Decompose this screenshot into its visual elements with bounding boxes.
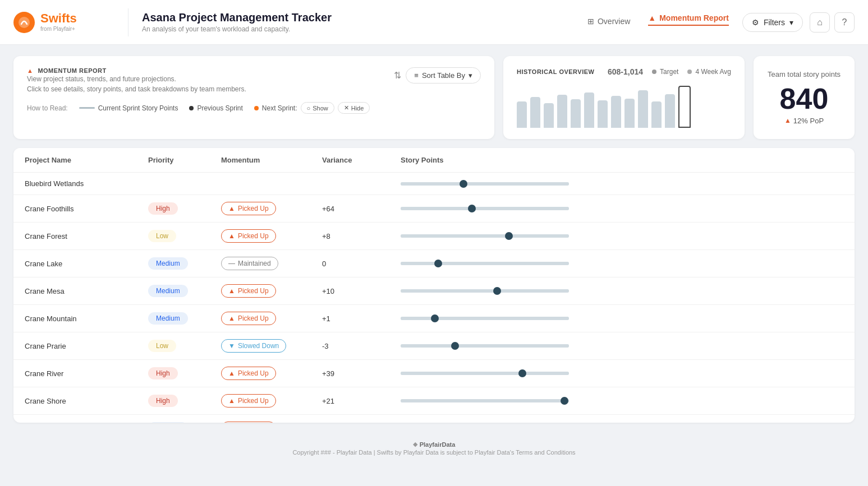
picked-up-icon: ▲ — [228, 314, 235, 322]
nav-overview-wrap: ⊞ Overview — [587, 17, 630, 28]
historical-panel: HISTORICAL OVERVIEW 608-1,014 Target 4 W… — [503, 56, 745, 139]
playfair-logo-icon: ◆ — [413, 441, 417, 448]
story-points-cell — [389, 387, 855, 415]
table-row[interactable]: Crane Shore High ▲Picked Up +21 — [13, 387, 855, 415]
project-name-cell: Crane Foothills — [13, 195, 137, 223]
nav-overview-label: Overview — [598, 17, 630, 26]
table-row[interactable]: Crane Mesa Medium ▲Picked Up +10 — [13, 277, 855, 305]
priority-cell: Medium — [137, 250, 210, 277]
show-icon: ○ — [307, 105, 311, 112]
priority-cell: High — [137, 360, 210, 387]
priority-cell: Medium — [137, 277, 210, 305]
variance-cell: +21 — [311, 387, 389, 415]
table-row[interactable]: Bluebird Wetlands — [13, 173, 855, 195]
hist-labels: 608-1,014 Target 4 Week Avg — [608, 67, 731, 76]
variance-cell — [311, 173, 389, 195]
hist-avg-label: 4 Week Avg — [695, 68, 731, 76]
story-points-cell — [389, 223, 855, 250]
hist-range: 608-1,014 — [608, 67, 643, 76]
sp-dot — [561, 397, 568, 405]
chart-bar-group — [651, 83, 662, 128]
project-name-cell: Crane Lake — [13, 250, 137, 277]
momentum-nav-icon: ▲ — [648, 13, 656, 22]
table-row[interactable]: Crane Forest Low ▲Picked Up +8 — [13, 223, 855, 250]
momentum-badge-up: ▲Picked Up — [221, 394, 276, 408]
momentum-badge-up: ▲Picked Up — [221, 229, 276, 243]
panel-header: ▲ MOMENTUM REPORT View project status, t… — [27, 67, 481, 94]
sp-dot — [493, 287, 501, 295]
legend-previous-label: Previous Sprint — [197, 104, 242, 112]
story-points-cell — [389, 195, 855, 223]
chart-bar-group — [584, 83, 594, 128]
momentum-cell: —Maintained — [210, 250, 311, 277]
table-row[interactable]: Crane Mountain Medium ▲Picked Up +1 — [13, 305, 855, 332]
sp-dot — [468, 205, 476, 212]
header-actions: ⌂ ? — [810, 12, 855, 33]
momentum-badge-up: ▲Picked Up — [221, 367, 276, 380]
header-nav: ⊞ Overview ▲ Momentum Report — [587, 13, 729, 31]
sort-table-button[interactable]: ≡ Sort Table By ▾ — [406, 67, 481, 84]
momentum-badge-down: ▼Slowed Down — [221, 339, 286, 353]
chart-bar — [517, 101, 527, 128]
sp-dot — [460, 180, 467, 188]
filters-button[interactable]: ⚙ Filters ▾ — [742, 13, 803, 32]
momentum-badge-up: ▲Picked Up — [221, 202, 276, 215]
hist-header: HISTORICAL OVERVIEW 608-1,014 Target 4 W… — [517, 67, 731, 76]
help-button[interactable]: ? — [834, 12, 855, 33]
chevron-down-icon: ▾ — [789, 18, 793, 27]
story-change-value: 12% PoP — [793, 117, 824, 125]
hide-button[interactable]: ✕ Hide — [338, 102, 370, 114]
table-wrap[interactable]: Project Name Priority Momentum Variance … — [13, 148, 855, 423]
sp-track — [401, 234, 569, 238]
legend-next: Next Sprint: ○ Show ✕ Hide — [254, 102, 370, 114]
project-name-cell: Bluebird Wetlands — [13, 173, 137, 195]
show-hide-buttons: ○ Show ✕ Hide — [301, 102, 370, 114]
table-row[interactable]: Crane Wetlands Medium ▲Picked Up +2 — [13, 415, 855, 423]
sp-dot — [505, 232, 513, 240]
priority-cell: Low — [137, 332, 210, 360]
table-row[interactable]: Crane River High ▲Picked Up +39 — [13, 360, 855, 387]
story-points-bar — [401, 207, 569, 210]
chart-bar-outlined — [678, 86, 691, 128]
col-priority: Priority — [137, 148, 210, 173]
momentum-cell — [210, 173, 311, 195]
sp-dot — [431, 314, 439, 322]
picked-up-icon: ▲ — [228, 205, 235, 212]
header-divider — [128, 8, 128, 36]
table-panel: Project Name Priority Momentum Variance … — [13, 148, 855, 423]
logo-area: Swifts from Playfair+ — [13, 12, 114, 33]
table-header: Project Name Priority Momentum Variance … — [13, 148, 855, 173]
picked-up-icon: ▲ — [228, 287, 235, 295]
chart-bar — [544, 103, 554, 128]
story-points-cell — [389, 305, 855, 332]
project-name-cell: Crane Prarie — [13, 332, 137, 360]
legend-current: Current Sprint Story Points — [79, 104, 178, 112]
chart-bar — [598, 100, 608, 128]
table-row[interactable]: Crane Prarie Low ▼Slowed Down -3 — [13, 332, 855, 360]
filter-lines-icon: ≡ — [414, 71, 419, 80]
table-row[interactable]: Crane Foothills High ▲Picked Up +64 — [13, 195, 855, 223]
priority-cell: High — [137, 195, 210, 223]
story-points-bar — [401, 344, 569, 348]
table-row[interactable]: Crane Lake Medium —Maintained 0 — [13, 250, 855, 277]
project-name-cell: Crane Shore — [13, 387, 137, 415]
momentum-cell: ▲Picked Up — [210, 387, 311, 415]
svg-point-0 — [19, 17, 30, 28]
nav-overview[interactable]: ⊞ Overview — [587, 17, 630, 28]
col-story-points: Story Points — [389, 148, 855, 173]
col-project-name: Project Name — [13, 148, 137, 173]
show-button[interactable]: ○ Show — [301, 102, 334, 114]
sp-track — [401, 182, 569, 186]
hide-icon: ✕ — [344, 104, 349, 112]
nav-momentum-wrap: ▲ Momentum Report — [648, 13, 729, 31]
logo-text-area: Swifts from Playfair+ — [40, 12, 77, 32]
home-button[interactable]: ⌂ — [810, 12, 830, 33]
legend-current-label: Current Sprint Story Points — [98, 104, 178, 112]
sort-icon: ⇅ — [394, 70, 401, 81]
main-content: ▲ MOMENTUM REPORT View project status, t… — [0, 45, 868, 434]
priority-badge-medium: Medium — [148, 257, 188, 270]
page-subtitle: An analysis of your team's workload and … — [142, 25, 587, 33]
project-name-cell: Crane Mesa — [13, 277, 137, 305]
nav-momentum[interactable]: ▲ Momentum Report — [648, 13, 729, 26]
hist-target-dot — [652, 70, 656, 74]
